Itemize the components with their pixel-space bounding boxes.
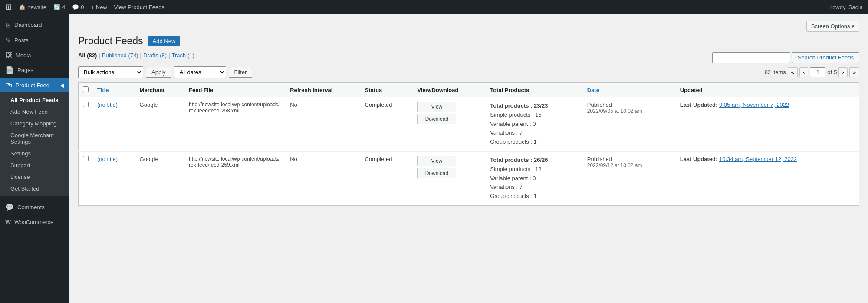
- row1-checkbox-cell: [79, 97, 93, 152]
- page-of: of: [827, 69, 832, 76]
- filter-links: All (82) | Published (74) | Drafts (8) |…: [78, 52, 194, 59]
- submenu-item-google-merchant[interactable]: Google Merchant Settings: [0, 129, 69, 148]
- row1-date-label: Published: [587, 102, 671, 108]
- sidebar-item-pages[interactable]: 📄 Pages: [0, 63, 69, 78]
- filter-all[interactable]: All (82): [78, 52, 97, 59]
- row2-updated-cell: Last Updated: 10:34 am, September 12, 20…: [676, 151, 859, 205]
- product-feed-icon: 🛍: [5, 81, 12, 89]
- row1-merchant-cell: Google: [135, 97, 184, 152]
- page-input[interactable]: [810, 67, 825, 77]
- filter-button[interactable]: Filter: [229, 67, 253, 78]
- screen-options-button[interactable]: Screen Options ▾: [806, 21, 859, 32]
- row2-title-link[interactable]: (no title): [97, 156, 118, 162]
- filter-published[interactable]: Published (74): [102, 52, 138, 59]
- adminbar-comments[interactable]: 💬 0: [72, 4, 84, 10]
- row1-feed-file-cell: http://newsite.local/wp-content/uploads/…: [184, 97, 286, 152]
- submenu-item-category-mapping[interactable]: Category Mapping: [0, 118, 69, 129]
- row1-actions-cell: View Download: [413, 97, 486, 152]
- adminbar-updates[interactable]: 🔄 4: [53, 4, 65, 10]
- submenu-item-support[interactable]: Support: [0, 159, 69, 171]
- search-input[interactable]: [712, 52, 790, 63]
- pagination-controls: 82 items « ‹ of 5 › »: [765, 67, 859, 77]
- row2-products-cell: Total products : 26/26 Simple products :…: [486, 151, 583, 205]
- row1-view-button[interactable]: View: [417, 102, 456, 112]
- row1-updated-link[interactable]: 9:05 am, November 7, 2022: [719, 102, 789, 108]
- main-content: Screen Options ▾ Product Feeds Add New A…: [69, 14, 868, 303]
- collapse-icon: ◀: [60, 82, 64, 89]
- updates-icon: 🔄: [53, 4, 60, 10]
- submenu-item-settings[interactable]: Settings: [0, 148, 69, 159]
- row2-updated-link[interactable]: 10:34 am, September 12, 2022: [719, 156, 797, 162]
- next-page-button[interactable]: ›: [838, 67, 847, 77]
- th-total-products: Total Products: [486, 83, 583, 97]
- sidebar-item-posts[interactable]: ✎ Posts: [0, 33, 69, 48]
- sidebar-item-product-feed[interactable]: 🛍 Product Feed ◀: [0, 78, 69, 92]
- sidebar-item-media[interactable]: 🖼 Media: [0, 48, 69, 63]
- total-pages: 5: [834, 69, 837, 76]
- adminbar-site-name[interactable]: 🏠 newsite: [19, 4, 46, 10]
- submenu-item-all-feeds[interactable]: All Product Feeds: [0, 94, 69, 106]
- adminbar-view-feeds[interactable]: View Product Feeds: [114, 4, 164, 10]
- th-title[interactable]: Title: [93, 83, 135, 97]
- select-all-checkbox[interactable]: [83, 86, 89, 92]
- prev-page-button[interactable]: ‹: [799, 67, 808, 77]
- th-feed-file: Feed File: [184, 83, 286, 97]
- row2-view-button[interactable]: View: [417, 156, 456, 166]
- th-status: Status: [361, 83, 413, 97]
- dates-select[interactable]: All dates: [174, 66, 226, 78]
- row1-updated-label: Last Updated: 9:05 am, November 7, 2022: [680, 102, 855, 108]
- row2-date-cell: Published 2022/09/12 at 10:32 am: [583, 151, 676, 205]
- row1-date-value: 2022/09/05 at 10:02 am: [587, 108, 671, 114]
- woo-icon: W: [5, 218, 11, 225]
- row2-simple-products: Simple products : 18: [490, 165, 579, 174]
- row2-checkbox[interactable]: [83, 156, 89, 161]
- sidebar-item-woocommerce[interactable]: W WooCommerce: [0, 215, 69, 229]
- page-title-area: Product Feeds Add New: [78, 35, 859, 47]
- row1-simple-products: Simple products : 15: [490, 111, 579, 120]
- dashboard-icon: ⊞: [5, 21, 11, 29]
- th-view-download: View/Download: [413, 83, 486, 97]
- submenu-item-get-started[interactable]: Get Started: [0, 183, 69, 194]
- row1-checkbox[interactable]: [83, 102, 89, 107]
- filter-trash[interactable]: Trash (1): [172, 52, 194, 59]
- search-button[interactable]: Search Product Feeds: [792, 52, 859, 63]
- row2-date-value: 2022/09/12 at 10:32 am: [587, 162, 671, 168]
- row1-title-cell: (no title): [93, 97, 135, 152]
- row2-updated-label: Last Updated: 10:34 am, September 12, 20…: [680, 156, 855, 162]
- filter-drafts[interactable]: Drafts (8): [143, 52, 167, 59]
- sidebar-item-comments[interactable]: 💬 Comments: [0, 200, 69, 215]
- apply-button[interactable]: Apply: [146, 67, 171, 78]
- home-icon: 🏠: [19, 4, 26, 10]
- row2-actions-cell: View Download: [413, 151, 486, 205]
- last-page-button[interactable]: »: [849, 67, 859, 77]
- sidebar: ⊞ Dashboard ✎ Posts 🖼 Media 📄 Pages 🛍 Pr…: [0, 14, 69, 303]
- screen-options-bar: Screen Options ▾: [78, 21, 859, 32]
- sidebar-item-dashboard[interactable]: ⊞ Dashboard: [0, 17, 69, 33]
- comments-icon: 💬: [72, 4, 79, 10]
- items-count: 82 items: [765, 69, 786, 76]
- submenu-item-license[interactable]: License: [0, 171, 69, 183]
- row1-variations: Variations : 7: [490, 128, 579, 138]
- adminbar-howdy: Howdy, Sadia: [829, 4, 863, 10]
- row2-variable-parent: Variable parent : 0: [490, 174, 579, 183]
- first-page-button[interactable]: «: [788, 67, 798, 77]
- row1-refresh-cell: No: [286, 97, 360, 152]
- wp-logo-icon[interactable]: ⊞: [5, 2, 12, 12]
- adminbar-new[interactable]: + New: [91, 4, 107, 10]
- row1-download-button[interactable]: Download: [417, 114, 456, 124]
- row2-group-products: Group products : 1: [490, 192, 579, 201]
- row1-title-link[interactable]: (no title): [97, 102, 118, 108]
- row2-download-button[interactable]: Download: [417, 168, 456, 178]
- bulk-actions-select[interactable]: Bulk actions: [78, 66, 143, 78]
- row2-total-products: Total products : 26/26: [490, 156, 579, 165]
- th-date[interactable]: Date: [583, 83, 676, 97]
- row1-products-cell: Total products : 23/23 Simple products :…: [486, 97, 583, 152]
- add-new-button[interactable]: Add New: [148, 36, 180, 46]
- th-refresh-interval: Refresh Interval: [286, 83, 360, 97]
- row2-checkbox-cell: [79, 151, 93, 205]
- row2-merchant-cell: Google: [135, 151, 184, 205]
- row2-date-label: Published: [587, 156, 671, 162]
- submenu-item-add-new-feed[interactable]: Add New Feed: [0, 106, 69, 118]
- row2-refresh-cell: No: [286, 151, 360, 205]
- row1-date-cell: Published 2022/09/05 at 10:02 am: [583, 97, 676, 152]
